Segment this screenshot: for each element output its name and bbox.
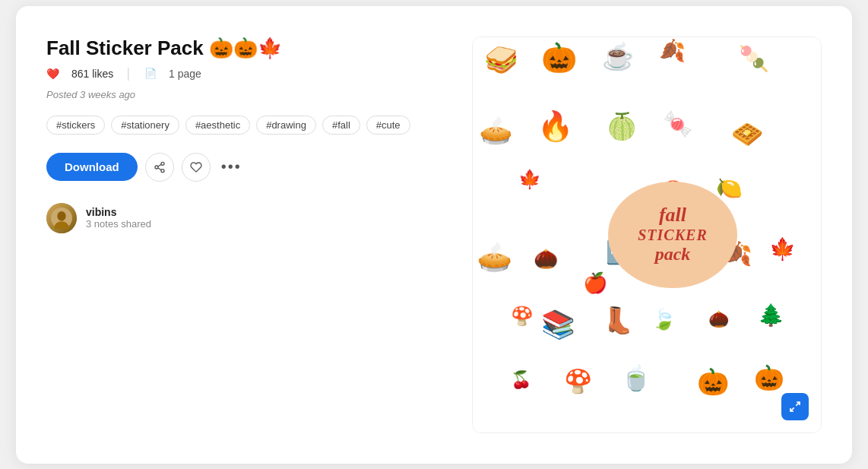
sticker-mushroom-3: 🍄	[564, 370, 592, 393]
actions-row: Download •••	[46, 153, 442, 182]
separator: │	[125, 68, 132, 80]
expand-button[interactable]	[781, 393, 809, 420]
sticker-pumpkin: 🎃	[541, 43, 577, 72]
avatar-svg	[51, 208, 72, 229]
sticker-leaf-yellow: 🍂	[659, 40, 686, 62]
like-button[interactable]	[182, 153, 211, 182]
svg-line-3	[157, 168, 161, 170]
pages-label: 1 page	[169, 68, 201, 80]
sticker-maple-leaf: 🍁	[769, 239, 796, 260]
fall-label: fall	[638, 204, 707, 227]
tag-stickers[interactable]: #stickers	[46, 116, 105, 135]
tag-aesthetic[interactable]: #aesthetic	[185, 116, 250, 135]
preview-panel: 🥪 🎃 ☕ 🍂 🍡 🥧 🔥 🍈 🍬 🧇 🍁 🍄 🍋 fall STICKER p…	[472, 36, 822, 433]
avatar-image	[46, 203, 77, 233]
avatar	[46, 203, 77, 233]
main-card: Fall Sticker Pack 🎃🎃🍁 ❤️ 861 likes │ 📄 1…	[16, 6, 852, 464]
share-button[interactable]	[145, 153, 174, 182]
author-notes: 3 notes shared	[86, 218, 151, 230]
tags-row: #stickers #stationery #aesthetic #drawin…	[46, 116, 442, 135]
center-text-blob: fall STICKER pack	[608, 182, 737, 288]
tag-cute[interactable]: #cute	[366, 116, 410, 135]
sticker-label: STICKER	[638, 227, 707, 244]
sticker-candy-corn: 🍬	[663, 112, 693, 136]
sticker-pumpkin-2: 🎃	[697, 369, 729, 395]
sticker-acorn: 🌰	[534, 249, 558, 268]
page-title: Fall Sticker Pack 🎃🎃🍁	[46, 36, 442, 60]
author-name[interactable]: vibins	[86, 206, 151, 218]
sticker-apple: 🍎	[583, 273, 607, 293]
sticker-pumpkin-3: 🎃	[754, 366, 784, 390]
sticker-caramel-apple: 🍡	[739, 46, 769, 71]
more-options-button[interactable]: •••	[218, 158, 245, 176]
tag-drawing[interactable]: #drawing	[256, 116, 316, 135]
page-icon: 📄	[144, 68, 157, 79]
svg-line-4	[157, 164, 161, 166]
sticker-tree: 🌲	[758, 305, 784, 326]
expand-icon	[789, 401, 801, 413]
sticker-blanket: 🧇	[731, 121, 763, 147]
left-panel: Fall Sticker Pack 🎃🎃🍁 ❤️ 861 likes │ 📄 1…	[46, 36, 442, 433]
sticker-pie-slice: 🥧	[479, 117, 513, 144]
sticker-campfire: 🔥	[537, 112, 573, 141]
svg-point-6	[57, 211, 65, 221]
sticker-canvas: 🥪 🎃 ☕ 🍂 🍡 🥧 🔥 🍈 🍬 🧇 🍁 🍄 🍋 fall STICKER p…	[473, 37, 821, 433]
sticker-coffee: ☕	[602, 43, 634, 69]
sticker-boot: 👢	[602, 307, 634, 333]
heart-button-icon	[190, 161, 202, 173]
author-row: vibins 3 notes shared	[46, 203, 442, 233]
likes-count: 861 likes	[71, 68, 113, 80]
sticker-acorn-2: 🌰	[708, 311, 729, 328]
posted-time: Posted 3 weeks ago	[46, 89, 442, 100]
sticker-berries: 🍒	[511, 372, 531, 388]
sticker-mushroom-2: 🍄	[511, 307, 534, 325]
sticker-leaf-yellow-2: 🍃	[651, 309, 676, 329]
download-button[interactable]: Download	[46, 153, 138, 181]
center-label: fall STICKER pack	[638, 204, 707, 265]
meta-row: ❤️ 861 likes │ 📄 1 page	[46, 68, 442, 80]
heart-icon: ❤️	[46, 68, 59, 80]
sticker-tea: 🍵	[621, 366, 651, 390]
tag-fall[interactable]: #fall	[322, 116, 360, 135]
tag-stationery[interactable]: #stationery	[111, 116, 179, 135]
sticker-smores: 🥪	[484, 46, 518, 74]
share-icon	[154, 161, 166, 173]
sticker-cantaloupe: 🍈	[606, 113, 638, 139]
sticker-lemon: 🍋	[716, 178, 743, 199]
sticker-pie-whole: 🥧	[477, 242, 512, 271]
author-info: vibins 3 notes shared	[86, 206, 151, 230]
sticker-books: 📚	[541, 311, 575, 338]
pack-label: pack	[638, 244, 707, 265]
sticker-leaf-small: 🍁	[518, 170, 541, 189]
